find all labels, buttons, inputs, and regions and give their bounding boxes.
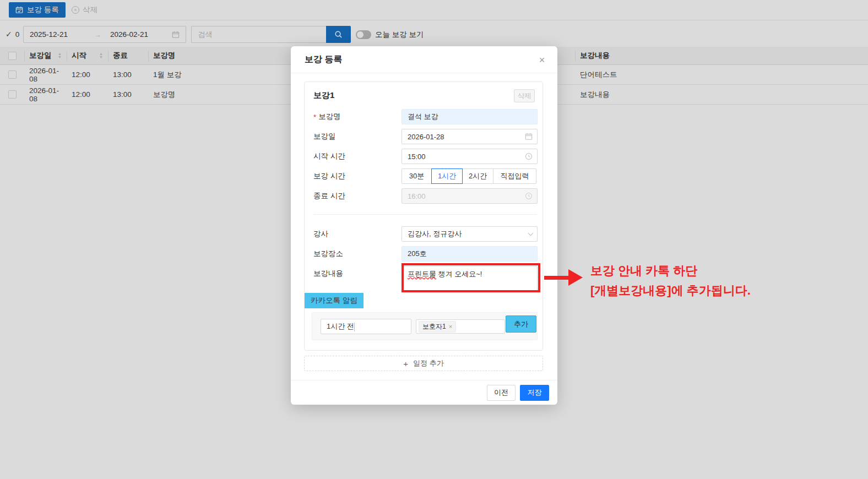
place-label: 보강장소 (313, 244, 343, 264)
teacher-select[interactable]: 김강사, 정규강사 (402, 226, 538, 242)
end-time-label: 종료 시간 (313, 186, 345, 206)
section-divider (313, 214, 537, 215)
date-field[interactable]: 2026-01-28 (402, 129, 538, 144)
annotation-text-line1: 보강 안내 카톡 하단 (590, 263, 697, 279)
section-delete-button[interactable]: 삭제 (514, 89, 535, 102)
duration-option-custom[interactable]: 직접입력 (493, 168, 536, 184)
name-field-label: * 보강명 (313, 107, 341, 127)
required-asterisk: * (313, 113, 316, 121)
chevron-down-icon (529, 233, 533, 235)
duration-option-2hour[interactable]: 2시간 (462, 168, 493, 184)
start-time-field[interactable]: 15:00 (402, 149, 538, 164)
annotation-highlight-box (402, 263, 540, 292)
annotation-text-line2: [개별보강내용]에 추가됩니다. (590, 282, 751, 299)
plus-icon: + (403, 359, 408, 368)
makeup-register-modal: 보강 등록 × 보강1 삭제 * 보강명 결석 보강 보강일 2026-01-2… (291, 46, 557, 405)
kakao-notification-panel: 1시간 전 보호자1 × 추가 (312, 312, 538, 340)
makeup-section-card: 보강1 삭제 * 보강명 결석 보강 보강일 2026-01-28 (304, 81, 543, 351)
clock-icon (525, 192, 533, 200)
modal-title: 보강 등록 (291, 46, 557, 73)
add-schedule-button[interactable]: + 일정 추가 (304, 356, 543, 371)
end-time-field: 16:00 (402, 188, 538, 204)
kakao-recipient-input[interactable]: 보호자1 × (416, 319, 505, 334)
name-field[interactable]: 결석 보강 (402, 109, 538, 124)
modal-footer: 이전 저장 (291, 380, 557, 405)
start-time-label: 시작 시간 (313, 146, 345, 166)
annotation-arrow-head (568, 269, 583, 286)
annotation-arrow-line (544, 276, 569, 280)
close-icon[interactable]: × (535, 53, 549, 67)
duration-option-1hour[interactable]: 1시간 (431, 168, 463, 184)
kakao-time-select[interactable]: 1시간 전 (321, 319, 411, 334)
calendar-icon (525, 133, 533, 140)
duration-radio-group: 30분 1시간 2시간 직접입력 (402, 168, 538, 184)
duration-option-30min[interactable]: 30분 (402, 168, 432, 184)
tag-remove-icon[interactable]: × (449, 323, 452, 330)
kakao-notification-label: 카카오톡 알림 (305, 293, 364, 308)
screen: 보강 등록 × 삭제 ✓ 0 2025-12-21 → 2026-02-21 (0, 0, 868, 479)
previous-button[interactable]: 이전 (487, 385, 516, 401)
teacher-label: 강사 (313, 224, 328, 244)
duration-label: 보강 시간 (313, 166, 345, 186)
save-button[interactable]: 저장 (520, 385, 549, 401)
date-field-label: 보강일 (313, 127, 336, 146)
content-label: 보강내용 (313, 264, 343, 284)
kakao-add-button[interactable]: 추가 (506, 315, 536, 333)
section-title: 보강1 (313, 90, 334, 101)
chevron-down-icon (354, 323, 355, 331)
clock-icon (525, 153, 533, 160)
place-field[interactable]: 205호 (402, 246, 538, 262)
recipient-tag: 보호자1 × (419, 321, 456, 333)
